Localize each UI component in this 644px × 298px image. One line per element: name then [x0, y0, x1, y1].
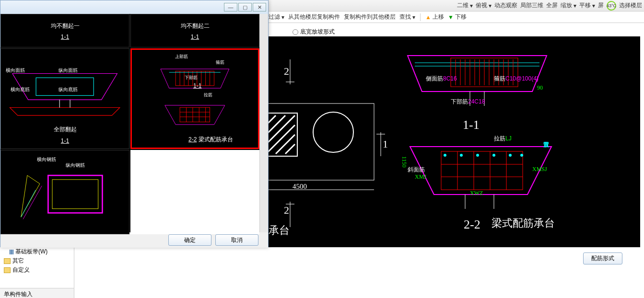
label-xwz: XWZ — [470, 190, 483, 197]
label-slope: 斜面筋 — [408, 166, 425, 174]
dim-h1: 1150 — [400, 156, 408, 168]
sb-copy-to[interactable]: 复制构件到其他楼层 — [344, 13, 396, 21]
label-stirrup: 箍筋C10@100(4) — [494, 75, 539, 83]
svg-point-38 — [492, 154, 495, 157]
thumb-rect[interactable]: 横向钢筋 纵向钢筋 — [0, 150, 129, 234]
section-2-2: 2-2 — [464, 218, 480, 232]
dialog-scrollbar[interactable] — [259, 14, 268, 232]
title-beam-cap: 梁式配筋承台 — [492, 216, 555, 230]
svg-point-40 — [520, 154, 523, 157]
maximize-button[interactable]: ▢ — [238, 3, 252, 11]
svg-rect-64 — [52, 180, 98, 209]
slope-option[interactable]: 底宽放坡形式 — [293, 28, 335, 36]
ok-button[interactable]: 确定 — [168, 234, 211, 246]
tb-select-floor[interactable]: 选择楼层 — [619, 1, 642, 10]
minimize-button[interactable]: — — [224, 3, 237, 11]
sb-find[interactable]: 查找▾ — [399, 13, 415, 21]
rebar-form-btn-wrap: 配筋形式 — [583, 252, 622, 264]
sb-move-down[interactable]: ▼下移 — [448, 13, 467, 21]
tree-panel: 基础板带(W) 其它 自定义 单构件输入 — [0, 247, 74, 298]
svg-rect-2 — [254, 103, 374, 180]
dim-w1: 4500 — [293, 183, 307, 191]
tree-item-foundation-strip[interactable]: 基础板带(W) — [0, 247, 74, 256]
label-bottom: 下部筋24C18 — [451, 98, 485, 106]
label-xmj: XMJ — [415, 173, 426, 181]
title-chengta: 承台 — [269, 223, 290, 238]
sb-move-up[interactable]: ▲上移 — [425, 13, 444, 21]
label-side: 侧面筋8C16 — [426, 75, 457, 83]
radio-icon — [293, 29, 298, 35]
folder-icon — [4, 258, 11, 264]
dialog-footer: 确定 取消 — [0, 232, 268, 248]
dim-1: 1 — [383, 138, 388, 150]
svg-point-1 — [313, 112, 353, 152]
strip-icon — [10, 250, 13, 254]
folder-icon — [4, 267, 11, 273]
thumb-allflip[interactable]: 横向面筋 纵向面筋 横向底筋 纵向底筋 全部翻起1-1 — [0, 48, 129, 149]
svg-rect-63 — [48, 175, 103, 213]
thumb-beam-cap[interactable]: 上部筋 箍筋 下部筋 1-1 拉筋 2-2 梁式配筋承台 — [130, 48, 259, 149]
option-label: 底宽放坡形式 — [300, 28, 335, 36]
svg-rect-28 — [441, 151, 523, 190]
dialog-body: 均不翻起一1-1 均不翻起二1-1 横向面筋 纵向面筋 横向底筋 纵向底筋 全部… — [0, 14, 268, 232]
svg-point-37 — [476, 154, 479, 157]
tree-item-other[interactable]: 其它 — [0, 256, 74, 265]
tb-orbit[interactable]: 动态观察 — [494, 1, 517, 10]
close-button[interactable]: ✕ — [253, 3, 266, 11]
dim-90: 90 — [537, 84, 543, 92]
tb-zoom[interactable]: 缩放▾ — [561, 1, 576, 10]
arrow-up-icon: ▲ — [425, 14, 431, 21]
thumb-empty — [130, 150, 259, 234]
sb-filter[interactable]: 过滤▾ — [269, 13, 284, 21]
dialog-titlebar: — ▢ ✕ — [0, 0, 268, 14]
dim-2a: 2 — [284, 65, 289, 78]
rebar-form-button[interactable]: 配筋形式 — [583, 252, 622, 264]
mini-drawing-rect — [7, 163, 122, 221]
selection-dialog: — ▢ ✕ 均不翻起一1-1 均不翻起二1-1 横向面筋 纵向面筋 — [0, 0, 269, 247]
svg-point-35 — [444, 154, 446, 157]
svg-point-36 — [460, 154, 463, 157]
label-tie: 拉筋LJ — [494, 135, 512, 143]
tb-screen[interactable]: 屏 — [598, 1, 604, 10]
tree-item-custom[interactable]: 自定义 — [0, 265, 74, 275]
sb-copy-from[interactable]: 从其他楼层复制构件 — [288, 13, 340, 21]
dim-2b: 2 — [284, 204, 289, 217]
arrow-down-icon: ▼ — [448, 14, 454, 21]
single-input[interactable]: 单构件输入 — [0, 288, 74, 298]
cancel-button[interactable]: 取消 — [215, 234, 258, 246]
thumb-noflip-1[interactable]: 均不翻起一1-1 — [0, 14, 129, 47]
label-xmsj: XMSJ — [532, 166, 547, 173]
tb-pan[interactable]: 平移▾ — [579, 1, 595, 10]
section-1-1: 1-1 — [463, 118, 480, 132]
tb-fullscreen[interactable]: 全屏 — [546, 1, 558, 10]
svg-point-39 — [509, 154, 512, 157]
temperature: 43°C — [607, 1, 616, 11]
thumb-noflip-2[interactable]: 均不翻起二1-1 — [130, 14, 259, 47]
tb-local3d[interactable]: 局部三维 — [520, 1, 543, 10]
tb-top-view[interactable]: 俯视▾ — [476, 1, 492, 10]
tb-2d[interactable]: 二维▾ — [457, 1, 473, 10]
